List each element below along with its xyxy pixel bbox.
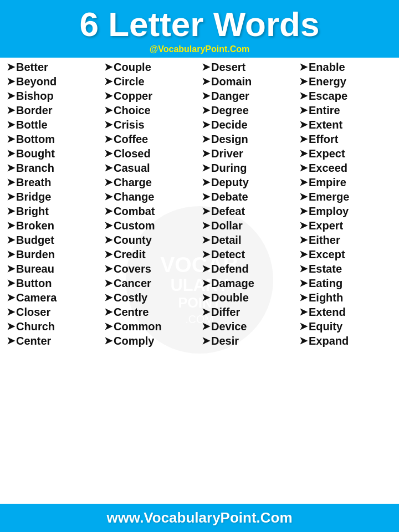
arrow-icon: ➤ [104,264,112,274]
word-text: Church [16,321,55,332]
arrow-icon: ➤ [104,293,112,303]
word-item: ➤Escape [297,89,395,103]
word-text: Emerge [309,191,349,202]
word-text: Exceed [309,162,347,173]
column-4: ➤Enable➤Energy➤Escape➤Entire➤Extent➤Effo… [297,60,395,348]
word-item: ➤Either [297,233,395,247]
word-item: ➤Defend [200,262,297,276]
arrow-icon: ➤ [7,163,15,173]
word-item: ➤Covers [102,262,200,276]
word-text: Escape [309,90,347,101]
word-item: ➤Design [200,132,297,146]
arrow-icon: ➤ [202,163,210,173]
word-item: ➤Coffee [102,132,200,146]
word-item: ➤During [200,161,297,175]
word-text: Bottle [16,119,48,130]
arrow-icon: ➤ [104,336,112,346]
word-columns: ➤Better➤Beyond➤Bishop➤Border➤Bottle➤Bott… [4,60,395,348]
arrow-icon: ➤ [7,221,15,231]
word-item: ➤Common [102,319,200,334]
word-text: Change [114,191,154,202]
arrow-icon: ➤ [202,120,210,130]
word-item: ➤Emerge [297,190,395,204]
word-item: ➤Couple [102,60,200,74]
word-item: ➤Crisis [102,117,200,132]
word-item: ➤Camera [4,290,102,305]
word-item: ➤Bright [4,204,102,218]
word-item: ➤Choice [102,103,200,117]
arrow-icon: ➤ [104,278,112,288]
word-item: ➤Center [4,334,102,348]
word-text: Bridge [16,191,51,202]
arrow-icon: ➤ [7,192,15,202]
word-item: ➤Estate [297,262,395,276]
arrow-icon: ➤ [299,307,308,317]
word-item: ➤Enable [297,60,395,74]
word-text: Cancer [114,278,151,289]
arrow-icon: ➤ [202,149,210,158]
word-text: Energy [309,76,346,87]
arrow-icon: ➤ [299,206,308,216]
word-text: Bought [16,148,55,159]
arrow-icon: ➤ [104,62,112,72]
word-item: ➤Bureau [4,262,102,276]
arrow-icon: ➤ [202,278,210,288]
arrow-icon: ➤ [7,307,15,317]
word-text: Debate [211,191,248,202]
arrow-icon: ➤ [299,235,308,245]
word-text: Copper [114,90,152,101]
word-item: ➤Charge [102,175,200,190]
word-item: ➤Degree [200,103,297,117]
arrow-icon: ➤ [299,221,308,231]
word-item: ➤Breath [4,175,102,190]
word-item: ➤Employ [297,204,395,218]
header: 6 Letter Words @VocabularyPoint.Com [0,0,399,58]
word-text: Effort [309,134,338,145]
arrow-icon: ➤ [202,307,210,317]
word-item: ➤Broken [4,218,102,233]
word-text: Desir [211,335,239,346]
arrow-icon: ➤ [104,235,112,245]
arrow-icon: ➤ [202,206,210,216]
arrow-icon: ➤ [104,105,112,115]
word-text: Casual [114,162,150,173]
word-item: ➤Beyond [4,74,102,89]
word-item: ➤Button [4,276,102,290]
word-item: ➤Extent [297,117,395,132]
word-text: Eating [309,278,342,289]
arrow-icon: ➤ [7,91,15,101]
word-item: ➤Eating [297,276,395,290]
footer-text: www.VocabularyPoint.Com [0,509,399,526]
word-item: ➤Energy [297,74,395,89]
word-item: ➤Device [200,319,297,334]
word-text: Extent [309,119,342,130]
word-text: Bishop [16,90,54,101]
arrow-icon: ➤ [299,336,308,346]
word-item: ➤Differ [200,305,297,319]
word-item: ➤Equity [297,319,395,334]
column-1: ➤Better➤Beyond➤Bishop➤Border➤Bottle➤Bott… [4,60,102,348]
header-title: 6 Letter Words [6,6,393,43]
word-text: Defend [211,263,249,274]
arrow-icon: ➤ [7,249,15,259]
arrow-icon: ➤ [7,134,15,144]
word-text: Center [16,335,51,346]
word-text: Entire [309,105,340,116]
arrow-icon: ➤ [299,177,308,187]
arrow-icon: ➤ [202,105,210,115]
arrow-icon: ➤ [202,321,210,331]
arrow-icon: ➤ [104,249,112,259]
word-item: ➤Costly [102,290,200,305]
word-item: ➤Detail [200,233,297,247]
word-text: Border [16,105,53,116]
word-text: Charge [114,177,152,188]
word-text: Detect [211,249,245,260]
arrow-icon: ➤ [7,149,15,158]
word-item: ➤Bishop [4,89,102,103]
word-text: Common [114,321,162,332]
word-item: ➤Centre [102,305,200,319]
word-text: Design [211,134,248,145]
word-item: ➤Credit [102,247,200,262]
word-text: Differ [211,306,240,318]
word-text: Comply [114,335,154,346]
